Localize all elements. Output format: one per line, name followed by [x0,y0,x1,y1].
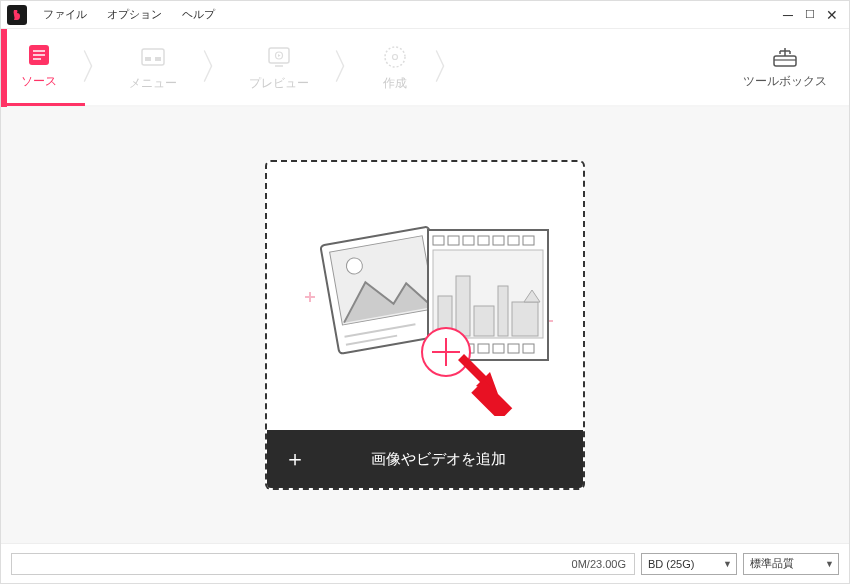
menu-help[interactable]: ヘルプ [172,7,225,22]
menubar: ファイル オプション ヘルプ ─ ☐ ✕ [1,1,849,29]
svg-rect-45 [456,276,470,336]
svg-rect-5 [145,57,151,61]
svg-rect-32 [478,236,489,245]
capacity-bar: 0M/23.00G [11,553,635,575]
dropzone[interactable]: ＋ 画像やビデオを追加 [265,160,585,490]
svg-rect-41 [508,344,519,353]
toolbox-button[interactable]: ツールボックス [743,45,839,90]
statusbar: 0M/23.00G BD (25G) ▼ 標準品質 ▼ [1,543,849,583]
add-media-button[interactable]: ＋ 画像やビデオを追加 [267,430,583,488]
svg-marker-9 [278,54,281,57]
stepbar: ソース 〉 メニュー 〉 プレビュー 〉 作成 〉 ツールボックス [1,29,849,107]
step-menu-label: メニュー [129,75,177,92]
maximize-button[interactable]: ☐ [803,8,817,22]
chevron-down-icon: ▼ [825,559,834,569]
toolbox-icon [771,45,799,69]
svg-rect-13 [774,56,796,66]
svg-point-11 [385,47,405,67]
step-preview[interactable]: プレビュー [229,28,337,106]
toolbox-label: ツールボックス [743,73,827,90]
svg-point-12 [393,54,398,59]
capacity-text: 0M/23.00G [572,558,626,570]
menu-file[interactable]: ファイル [33,7,97,22]
plus-icon: ＋ [267,444,323,474]
svg-rect-40 [493,344,504,353]
preview-icon [265,43,293,71]
minimize-button[interactable]: ─ [781,8,795,22]
svg-rect-47 [498,286,508,336]
quality-select[interactable]: 標準品質 ▼ [743,553,839,575]
step-source-label: ソース [21,73,57,90]
svg-rect-34 [508,236,519,245]
window-controls: ─ ☐ ✕ [781,8,849,22]
arrow-annotation [458,354,512,416]
main-area: ＋ 画像やビデオを追加 [1,107,849,543]
dropzone-illustration [267,162,583,430]
svg-rect-6 [155,57,161,61]
close-button[interactable]: ✕ [825,8,839,22]
svg-rect-29 [433,236,444,245]
step-create-label: 作成 [383,75,407,92]
source-icon [25,41,53,69]
step-preview-label: プレビュー [249,75,309,92]
svg-rect-33 [493,236,504,245]
app-icon [7,5,27,25]
svg-rect-30 [448,236,459,245]
svg-rect-39 [478,344,489,353]
svg-rect-42 [523,344,534,353]
disc-type-value: BD (25G) [648,558,694,570]
menu-options[interactable]: オプション [97,7,172,22]
create-icon [381,43,409,71]
disc-type-select[interactable]: BD (25G) ▼ [641,553,737,575]
step-create[interactable]: 作成 [361,28,437,106]
svg-rect-46 [474,306,494,336]
svg-rect-31 [463,236,474,245]
menu-icon [139,43,167,71]
step-source[interactable]: ソース [1,28,85,106]
svg-rect-48 [512,302,538,336]
svg-rect-35 [523,236,534,245]
chevron-down-icon: ▼ [723,559,732,569]
quality-value: 標準品質 [750,556,794,571]
step-menu[interactable]: メニュー [109,28,205,106]
add-media-label: 画像やビデオを追加 [323,450,583,469]
